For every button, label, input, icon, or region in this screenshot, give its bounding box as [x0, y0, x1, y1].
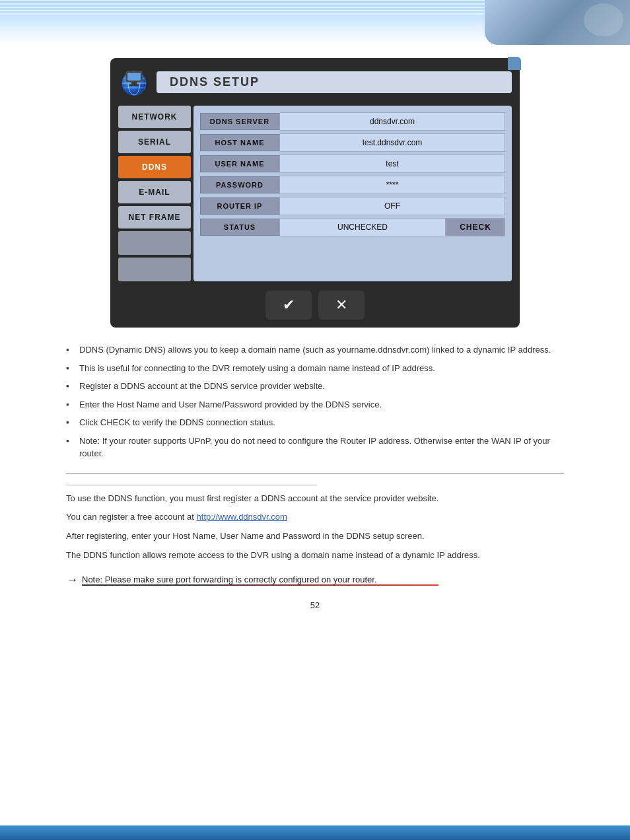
- nav-ddns[interactable]: DDNS: [118, 156, 191, 178]
- form-row-router-ip: ROUTER IP OFF: [200, 197, 505, 215]
- cancel-button[interactable]: ✕: [318, 291, 365, 320]
- bullet-item: Enter the Host Name and User Name/Passwo…: [66, 396, 564, 414]
- svg-rect-6: [127, 73, 141, 81]
- form-row-password: PASSWORD ****: [200, 176, 505, 194]
- nav-network[interactable]: NETWORK: [118, 106, 191, 128]
- form-row-ddns-server: DDNS SERVER ddnsdvr.com: [200, 112, 505, 131]
- user-name-label: USER NAME: [200, 155, 279, 172]
- form-row-status: STATUS UNCHECKED CHECK: [200, 218, 505, 236]
- ddns-server-value[interactable]: ddnsdvr.com: [279, 112, 505, 131]
- router-ip-value[interactable]: OFF: [279, 197, 505, 215]
- nav-blank1: [118, 231, 191, 255]
- bottom-bar: [0, 825, 630, 840]
- bullet-item: Register a DDNS account at the DDNS serv…: [66, 377, 564, 396]
- arrow-icon: →: [66, 573, 78, 587]
- host-name-label: HOST NAME: [200, 134, 279, 151]
- svg-rect-7: [131, 82, 137, 85]
- top-banner: [0, 0, 630, 45]
- user-name-value[interactable]: test: [279, 155, 505, 173]
- form-row-host-name: HOST NAME test.ddnsdvr.com: [200, 133, 505, 152]
- dialog-header: DDNS SETUP: [118, 66, 512, 98]
- dialog-body: NETWORK SERIAL DDNS E-MAIL NET FRAME DDN…: [118, 106, 512, 281]
- host-name-value[interactable]: test.ddnsdvr.com: [279, 133, 505, 152]
- status-label: STATUS: [200, 219, 279, 236]
- text-label: You can register a free account at: [66, 512, 194, 522]
- bullet-item: This is useful for connecting to the DVR…: [66, 359, 564, 378]
- bullet-item: Note: If your router supports UPnP, you …: [66, 432, 564, 463]
- ddns-server-label: DDNS SERVER: [200, 113, 279, 130]
- dialog-nav: NETWORK SERIAL DDNS E-MAIL NET FRAME: [118, 106, 191, 281]
- main-content: DDNS SETUP NETWORK SERIAL DDNS E-MAIL NE…: [0, 45, 630, 630]
- panel-spacer: [200, 239, 505, 259]
- svg-rect-8: [129, 85, 139, 86]
- router-ip-label: ROUTER IP: [200, 197, 279, 215]
- confirm-button[interactable]: ✔: [265, 291, 312, 320]
- section-divider: [66, 473, 564, 474]
- dialog-buttons: ✔ ✕: [118, 291, 512, 320]
- text-block-4: The DDNS function allows remote access t…: [66, 549, 564, 563]
- text-block-2: You can register a free account at http:…: [66, 510, 564, 524]
- arrow-note-line: → Note: Please make sure port forwarding…: [66, 573, 564, 587]
- globe-icon: [118, 66, 150, 98]
- password-label: PASSWORD: [200, 176, 279, 193]
- ddns-setup-dialog: DDNS SETUP NETWORK SERIAL DDNS E-MAIL NE…: [110, 58, 520, 328]
- bullet-item: Click CHECK to verify the DDNS connectio…: [66, 413, 564, 432]
- text-block-1: To use the DDNS function, you must first…: [66, 492, 564, 506]
- section-divider-short: [66, 485, 317, 485]
- ddns-link[interactable]: http://www.ddnsdvr.com: [197, 512, 287, 522]
- dialog-title: DDNS SETUP: [157, 71, 512, 93]
- nav-serial[interactable]: SERIAL: [118, 131, 191, 153]
- dialog-panel: DDNS SERVER ddnsdvr.com HOST NAME test.d…: [193, 106, 512, 281]
- banner-image: [485, 0, 630, 45]
- password-value[interactable]: ****: [279, 176, 505, 194]
- status-unchecked-value: UNCHECKED: [279, 218, 446, 236]
- dialog-corner-decoration: [508, 57, 521, 70]
- nav-email[interactable]: E-MAIL: [118, 181, 191, 203]
- arrow-note-text: Note: Please make sure port forwarding i…: [82, 575, 438, 586]
- form-row-user-name: USER NAME test: [200, 155, 505, 173]
- nav-blank2: [118, 258, 191, 281]
- nav-netframe[interactable]: NET FRAME: [118, 206, 191, 228]
- page-number: 52: [33, 600, 597, 610]
- bullet-item: DDNS (Dynamic DNS) allows you to keep a …: [66, 341, 564, 359]
- check-button[interactable]: CHECK: [446, 218, 505, 236]
- bullet-list: DDNS (Dynamic DNS) allows you to keep a …: [66, 341, 564, 463]
- text-block-3: After registering, enter your Host Name,…: [66, 530, 564, 543]
